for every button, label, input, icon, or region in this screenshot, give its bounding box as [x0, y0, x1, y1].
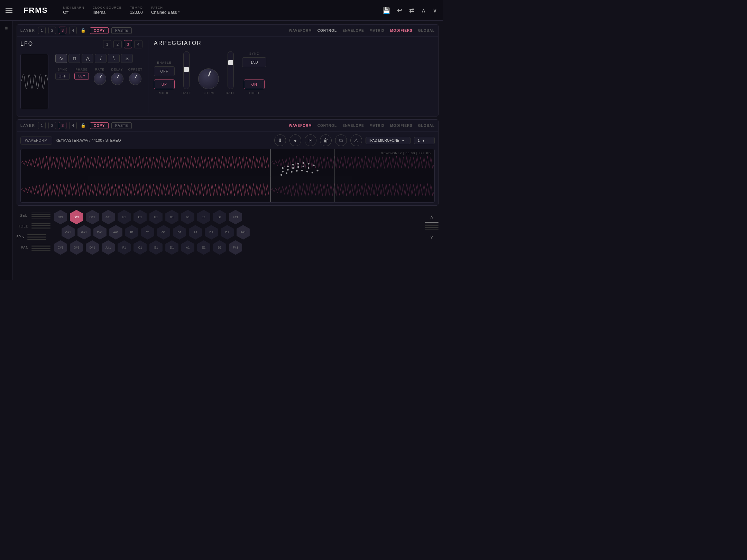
- hex-key-0-11[interactable]: F#1: [228, 210, 243, 224]
- hex-key-0-5[interactable]: C1: [133, 210, 147, 224]
- lfo-offset-knob[interactable]: [129, 73, 141, 85]
- wf-copy-icon[interactable]: ⧉: [335, 134, 347, 146]
- hex-key-1-4[interactable]: F1: [124, 225, 139, 240]
- wf-channel-select[interactable]: 1 ▼: [414, 137, 435, 144]
- hex-key-2-9[interactable]: E1: [196, 240, 211, 255]
- arp-steps-knob[interactable]: [198, 68, 219, 89]
- lfo-wave-saw[interactable]: /: [95, 54, 107, 63]
- panel2-layer-3[interactable]: 3: [59, 122, 66, 129]
- lfo-wave-revsaw[interactable]: \: [108, 54, 120, 63]
- panel2-tab-global[interactable]: GLOBAL: [418, 124, 435, 128]
- hex-key-2-6[interactable]: G1: [149, 240, 163, 255]
- prev-icon[interactable]: ∧: [421, 7, 426, 14]
- hex-key-0-3[interactable]: A#1: [101, 210, 116, 224]
- panel1-layer-1[interactable]: 1: [38, 27, 46, 34]
- panel1-lock-icon[interactable]: 🔒: [80, 27, 87, 34]
- panel1-tab-envelope[interactable]: ENVELOPE: [342, 29, 364, 32]
- panel1-tab-global[interactable]: GLOBAL: [418, 29, 435, 32]
- hex-key-0-9[interactable]: E1: [196, 210, 211, 224]
- hex-key-2-2[interactable]: D#1: [85, 240, 100, 255]
- panel1-layer-3[interactable]: 3: [59, 27, 66, 34]
- hex-key-0-1[interactable]: G#1: [69, 210, 84, 224]
- lfo-num-2[interactable]: 2: [113, 40, 122, 48]
- hex-key-2-7[interactable]: D1: [165, 240, 179, 255]
- wf-download-icon[interactable]: ⬇: [274, 134, 286, 146]
- scroll-up-arrow[interactable]: ∧: [425, 213, 439, 221]
- hex-key-0-0[interactable]: C#1: [53, 210, 68, 224]
- panel1-tab-modifiers[interactable]: MODIFIERS: [390, 29, 413, 32]
- hex-key-0-6[interactable]: G1: [149, 210, 163, 224]
- hex-key-1-11[interactable]: F#1: [236, 225, 250, 240]
- octave-select[interactable]: 5P ∨: [17, 235, 25, 239]
- lfo-sync-button[interactable]: OFF: [55, 73, 70, 80]
- waveform-label-button[interactable]: WAVEFORM: [20, 137, 52, 144]
- panel1-paste-button[interactable]: PASTE: [111, 27, 132, 34]
- arp-mode-toggle[interactable]: UP: [154, 80, 175, 89]
- hex-key-0-10[interactable]: B1: [212, 210, 227, 224]
- hex-key-1-8[interactable]: A1: [188, 225, 203, 240]
- arp-enable-toggle[interactable]: OFF: [154, 66, 175, 76]
- hex-key-2-5[interactable]: C1: [133, 240, 147, 255]
- hex-key-0-8[interactable]: A1: [181, 210, 195, 224]
- hex-key-0-4[interactable]: F1: [117, 210, 131, 224]
- hex-key-1-3[interactable]: A#1: [109, 225, 123, 240]
- panel1-layer-2[interactable]: 2: [48, 27, 56, 34]
- lfo-num-1[interactable]: 1: [103, 40, 111, 48]
- hex-key-0-2[interactable]: D#1: [85, 210, 100, 224]
- hex-key-1-10[interactable]: B1: [220, 225, 234, 240]
- wf-delete-icon[interactable]: 🗑: [320, 134, 332, 146]
- hex-key-0-7[interactable]: D1: [165, 210, 179, 224]
- hex-key-1-5[interactable]: C1: [140, 225, 155, 240]
- clock-source-value[interactable]: Internal: [93, 10, 122, 15]
- panel2-tab-waveform[interactable]: WAVEFORM: [289, 124, 312, 128]
- hex-key-1-1[interactable]: G#1: [77, 225, 91, 240]
- undo-icon[interactable]: ↩: [397, 7, 402, 14]
- wf-device-select[interactable]: IPAD MICROFONE ▼: [366, 137, 411, 144]
- hex-key-1-6[interactable]: G1: [156, 225, 171, 240]
- hex-key-1-0[interactable]: C#1: [61, 225, 75, 240]
- panel2-tab-modifiers[interactable]: MODIFIERS: [390, 124, 413, 128]
- panel1-tab-matrix[interactable]: MATRIX: [370, 29, 385, 32]
- panel1-layer-4[interactable]: 4: [69, 27, 77, 34]
- lfo-wave-square[interactable]: ⊓: [68, 54, 80, 63]
- arp-gate-slider[interactable]: [183, 51, 190, 89]
- hex-key-2-1[interactable]: G#1: [69, 240, 84, 255]
- hex-key-2-10[interactable]: B1: [212, 240, 227, 255]
- sidebar-grid-icon[interactable]: ▦: [3, 24, 10, 31]
- arp-sync-select[interactable]: 1/8D: [242, 57, 266, 67]
- lfo-num-4[interactable]: 4: [134, 40, 142, 48]
- panel2-tab-matrix[interactable]: MATRIX: [370, 124, 385, 128]
- wf-record-icon[interactable]: ●: [289, 134, 301, 146]
- scroll-down-arrow[interactable]: ∨: [425, 233, 439, 241]
- hex-key-1-7[interactable]: D1: [172, 225, 187, 240]
- lfo-wave-sh[interactable]: S: [121, 54, 133, 63]
- wf-crop-icon[interactable]: ⊡: [305, 134, 316, 146]
- lfo-num-3[interactable]: 3: [124, 40, 132, 48]
- hex-key-2-0[interactable]: C#1: [53, 240, 68, 255]
- panel1-copy-button[interactable]: COPY: [90, 27, 109, 34]
- panel2-layer-1[interactable]: 1: [38, 122, 46, 129]
- lfo-wave-triangle[interactable]: ⋀: [82, 54, 93, 63]
- hex-key-1-9[interactable]: E1: [204, 225, 219, 240]
- panel2-lock-icon[interactable]: 🔒: [80, 122, 87, 129]
- lfo-rate-knob[interactable]: [94, 73, 106, 85]
- arp-rate-slider[interactable]: [228, 51, 234, 89]
- next-icon[interactable]: ∨: [433, 7, 437, 14]
- wf-paste-icon[interactable]: ⧊: [350, 134, 362, 146]
- hex-key-2-3[interactable]: A#1: [101, 240, 116, 255]
- panel1-tab-waveform[interactable]: WAVEFORM: [289, 29, 312, 32]
- hex-key-1-2[interactable]: D#1: [93, 225, 107, 240]
- tempo-value[interactable]: 120.00: [130, 10, 143, 15]
- panel2-tab-envelope[interactable]: ENVELOPE: [342, 124, 364, 128]
- arp-hold-toggle[interactable]: ON: [244, 80, 265, 89]
- lfo-delay-knob[interactable]: [111, 73, 123, 85]
- lfo-wave-sine[interactable]: ∿: [55, 54, 67, 63]
- menu-button[interactable]: [6, 8, 12, 13]
- panel2-tab-control[interactable]: CONTROL: [317, 124, 337, 128]
- hex-key-2-11[interactable]: F#1: [228, 240, 243, 255]
- midi-learn-value[interactable]: Off: [63, 10, 84, 15]
- hex-key-2-4[interactable]: F1: [117, 240, 131, 255]
- panel2-layer-2[interactable]: 2: [48, 122, 56, 129]
- hex-key-2-8[interactable]: A1: [181, 240, 195, 255]
- lfo-phase-button[interactable]: KEY: [74, 73, 89, 80]
